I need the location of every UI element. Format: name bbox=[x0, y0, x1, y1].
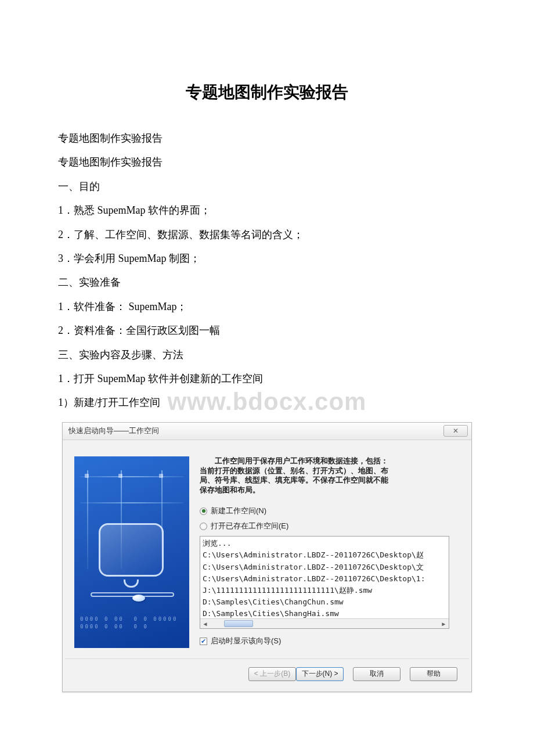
body-line: 专题地图制作实验报告 bbox=[58, 127, 476, 150]
list-item[interactable]: C:\Users\Administrator.LBDZ--20110726C\D… bbox=[203, 549, 446, 561]
dialog-title: 快速启动向导——工作空间 bbox=[68, 426, 159, 436]
show-wizard-checkbox[interactable]: ✔ 启动时显示该向导(S) bbox=[200, 636, 460, 646]
next-button[interactable]: 下一步(N) > bbox=[296, 667, 344, 681]
radio-icon bbox=[200, 523, 207, 530]
body-line: 1．打开 SupemMap 软件并创建新的工作空间 bbox=[58, 367, 476, 391]
body-line: 一、目的 bbox=[58, 175, 476, 199]
prev-button[interactable]: < 上一步(B) bbox=[248, 667, 296, 681]
close-icon: ✕ bbox=[453, 427, 459, 435]
dialog-container: 快速启动向导——工作空间 ✕ bbox=[58, 422, 476, 692]
list-item[interactable]: C:\Users\Administrator.LBDZ--20110726C\D… bbox=[203, 573, 446, 585]
checkbox-icon: ✔ bbox=[200, 638, 207, 645]
mouse-icon bbox=[132, 595, 145, 602]
dialog-footer: < 上一步(B) 下一步(N) > 取消 帮助 bbox=[63, 659, 471, 692]
list-item[interactable]: J:\11111111111111111111111111\赵静.smw bbox=[203, 585, 446, 596]
cancel-button[interactable]: 取消 bbox=[353, 667, 400, 681]
body-line: 2．资料准备：全国行政区划图一幅 bbox=[58, 319, 476, 343]
horizontal-scrollbar[interactable]: ◄ ► bbox=[200, 618, 449, 628]
monitor-stand-icon bbox=[124, 579, 139, 588]
radio-new-workspace[interactable]: 新建工作空间(N) bbox=[200, 506, 460, 516]
scroll-track[interactable] bbox=[210, 619, 439, 628]
checkbox-label: 启动时显示该向导(S) bbox=[211, 636, 281, 646]
wizard-illustration: 0000 0 00 0 0 000000000 0 00 0 0 bbox=[74, 456, 189, 648]
desc-part: 当前打开的数据源（位置、别名、打开方式）、地图、布 bbox=[200, 466, 388, 475]
document-title: 专题地图制作实验报告 bbox=[58, 81, 476, 103]
body-line: 专题地图制作实验报告 bbox=[58, 150, 476, 174]
close-button[interactable]: ✕ bbox=[443, 425, 468, 437]
body-line: 1）新建/打开工作空间 bbox=[58, 391, 476, 415]
scroll-left-icon[interactable]: ◄ bbox=[200, 619, 210, 629]
document-body: 专题地图制作实验报告 专题地图制作实验报告 一、目的 1．熟悉 SupemMap… bbox=[58, 127, 476, 415]
monitor-icon bbox=[99, 523, 164, 577]
radio-icon bbox=[200, 507, 207, 515]
body-line: 二、实验准备 bbox=[58, 271, 476, 294]
help-button[interactable]: 帮助 bbox=[410, 667, 457, 681]
radio-open-workspace[interactable]: 打开已存在工作空间(E) bbox=[200, 521, 460, 531]
desc-part: 工作空间用于保存用户工作环境和数据连接，包括： bbox=[215, 456, 388, 465]
list-item[interactable]: 浏览... bbox=[203, 538, 446, 549]
scroll-right-icon[interactable]: ► bbox=[439, 619, 449, 629]
body-line: 1．熟悉 SupemMap 软件的界面； bbox=[58, 199, 476, 222]
radio-label: 新建工作空间(N) bbox=[211, 506, 266, 516]
dialog-titlebar[interactable]: 快速启动向导——工作空间 ✕ bbox=[63, 423, 471, 440]
monitor-base-icon bbox=[91, 592, 174, 597]
body-line: 三、实验内容及步骤、方法 bbox=[58, 343, 476, 367]
dialog-body: 0000 0 00 0 0 000000000 0 00 0 0 工作空间用于保… bbox=[63, 440, 471, 658]
list-item[interactable]: C:\Users\Administrator.LBDZ--20110726C\D… bbox=[203, 561, 446, 573]
list-item[interactable]: D:\Samples\Cities\ChangChun.smw bbox=[203, 596, 446, 608]
body-line: 1．软件准备： SupemMap； bbox=[58, 295, 476, 319]
keyboard-pattern: 0000 0 00 0 0 000000000 0 00 0 0 bbox=[80, 615, 185, 631]
radio-label: 打开已存在工作空间(E) bbox=[211, 521, 288, 531]
workspace-listbox[interactable]: 浏览... C:\Users\Administrator.LBDZ--20110… bbox=[200, 536, 449, 629]
desc-part: 保存地图和布局。 bbox=[200, 485, 260, 494]
list-item[interactable]: D:\Samples\Cities\ShangHai.smw bbox=[203, 608, 446, 620]
body-line: 3．学会利用 SupemMap 制图； bbox=[58, 247, 476, 271]
body-line: 2．了解、工作空间、数据源、数据集等名词的含义； bbox=[58, 223, 476, 247]
listbox-items: 浏览... C:\Users\Administrator.LBDZ--20110… bbox=[200, 537, 449, 629]
scroll-thumb[interactable] bbox=[224, 620, 253, 627]
document-page: www.bdocx.com 专题地图制作实验报告 专题地图制作实验报告 专题地图… bbox=[0, 0, 534, 727]
form-area: 工作空间用于保存用户工作环境和数据连接，包括： 当前打开的数据源（位置、别名、打… bbox=[200, 456, 460, 648]
description-text: 工作空间用于保存用户工作环境和数据连接，包括： 当前打开的数据源（位置、别名、打… bbox=[200, 456, 460, 496]
wizard-dialog: 快速启动向导——工作空间 ✕ bbox=[62, 422, 472, 692]
desc-part: 局、符号库、线型库、填充库等。不保存工作空间就不能 bbox=[200, 476, 388, 484]
